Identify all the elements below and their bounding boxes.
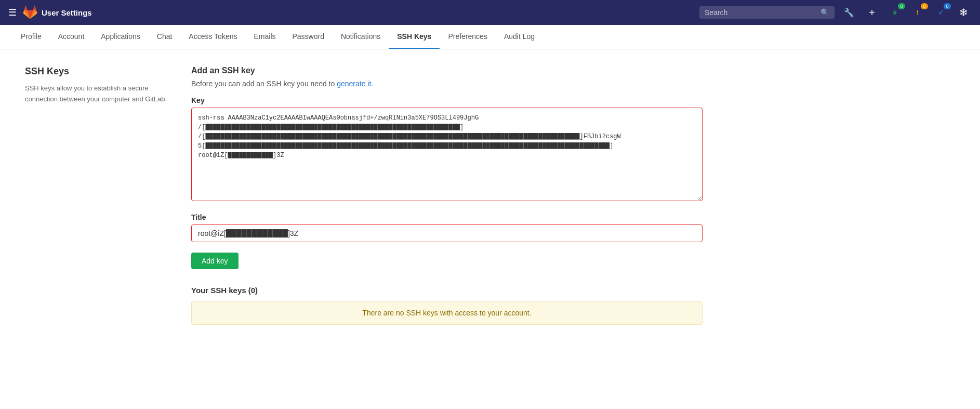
title-field-group: Title: [191, 213, 703, 242]
issues-icon: #: [893, 9, 896, 17]
tab-emails[interactable]: Emails: [245, 25, 284, 49]
key-field-group: Key ssh-rsa AAAAB3NzaC1yc2EAAAABIwAAAQEA…: [191, 96, 703, 203]
wrench-icon: 🔧: [844, 8, 854, 18]
tab-notifications[interactable]: Notifications: [333, 25, 389, 49]
plus-icon-btn[interactable]: +: [864, 4, 880, 21]
search-box[interactable]: 🔍: [699, 6, 835, 19]
navbar-title: User Settings: [42, 8, 92, 17]
title-input[interactable]: [191, 225, 703, 242]
key-textarea[interactable]: ssh-rsa AAAAB3NzaC1yc2EAAAABIwAAAQEAs0ob…: [191, 108, 703, 201]
user-icon: ❄: [959, 6, 968, 19]
tab-navigation: Profile Account Applications Chat Access…: [0, 25, 980, 49]
your-keys-title: Your SSH keys (0): [191, 286, 703, 295]
sidebar-description-text: SSH keys allow you to establish a secure…: [25, 83, 170, 105]
tab-account[interactable]: Account: [50, 25, 93, 49]
issues-btn[interactable]: # 0: [886, 4, 903, 21]
main-content: SSH Keys SSH keys allow you to establish…: [0, 49, 727, 341]
info-text-before: Before you can add an SSH key you need t…: [191, 80, 335, 88]
merge-requests-btn[interactable]: ! 0: [909, 4, 926, 21]
tab-ssh-keys[interactable]: SSH Keys: [389, 25, 440, 49]
todos-btn[interactable]: ✓ 0: [932, 4, 949, 21]
info-text: Before you can add an SSH key you need t…: [191, 80, 703, 88]
todos-badge: 0: [944, 3, 951, 9]
navbar: ☰ User Settings 🔍 🔧 + # 0 ! 0 ✓ 0 ❄: [0, 0, 980, 25]
tab-chat[interactable]: Chat: [149, 25, 181, 49]
tab-audit-log[interactable]: Audit Log: [496, 25, 543, 49]
search-input[interactable]: [705, 8, 816, 17]
tab-profile[interactable]: Profile: [12, 25, 50, 49]
logo: User Settings: [23, 5, 92, 20]
form-area: Add an SSH key Before you can add an SSH…: [191, 66, 703, 325]
key-field-label: Key: [191, 96, 703, 104]
hamburger-icon[interactable]: ☰: [8, 7, 17, 18]
no-keys-message: There are no SSH keys with access to you…: [191, 301, 703, 325]
sidebar-description: SSH Keys SSH keys allow you to establish…: [25, 66, 170, 325]
wrench-icon-btn[interactable]: 🔧: [841, 4, 857, 21]
your-ssh-keys-section: Your SSH keys (0) There are no SSH keys …: [191, 286, 703, 325]
gitlab-logo-icon: [23, 5, 37, 20]
add-ssh-key-title: Add an SSH key: [191, 66, 703, 75]
sidebar-title: SSH Keys: [25, 66, 170, 77]
tab-password[interactable]: Password: [284, 25, 333, 49]
add-key-button[interactable]: Add key: [191, 253, 239, 269]
generate-link[interactable]: generate it.: [337, 80, 373, 88]
todos-icon: ✓: [938, 9, 944, 17]
mr-icon: !: [917, 9, 919, 17]
title-field-label: Title: [191, 213, 703, 221]
user-avatar-btn[interactable]: ❄: [955, 4, 972, 21]
plus-icon: +: [869, 7, 875, 19]
mr-badge: 0: [921, 3, 928, 9]
tab-preferences[interactable]: Preferences: [440, 25, 495, 49]
tab-applications[interactable]: Applications: [92, 25, 149, 49]
tab-access-tokens[interactable]: Access Tokens: [180, 25, 245, 49]
search-icon: 🔍: [820, 8, 829, 17]
issues-badge: 0: [898, 3, 905, 9]
